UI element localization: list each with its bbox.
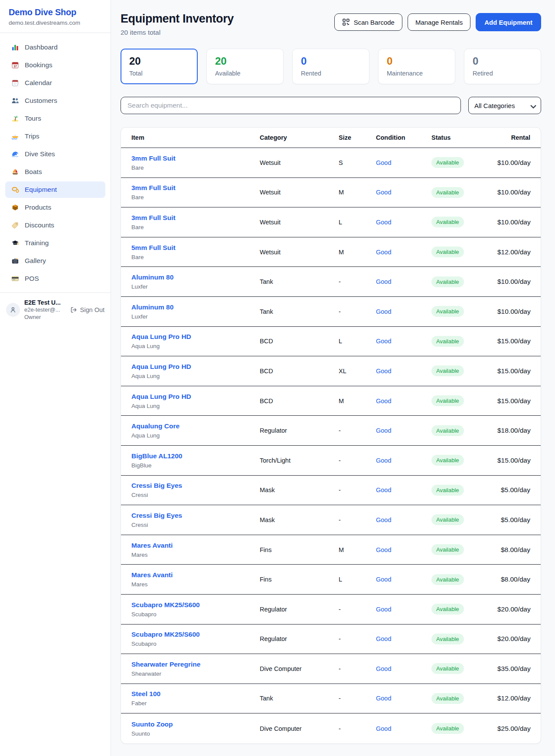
sidebar-item-dashboard[interactable]: Dashboard [5, 39, 105, 56]
item-brand: Cressi [131, 492, 260, 498]
item-name-link[interactable]: Scubapro MK25/S600 [131, 631, 260, 638]
table-row: Scubapro MK25/S600ScubaproRegulator-Good… [121, 625, 541, 654]
sidebar-item-pos[interactable]: POS [5, 270, 105, 287]
item-condition-link[interactable]: Good [376, 398, 431, 404]
item-cell: Scubapro MK25/S600Scubapro [131, 631, 260, 647]
item-name-link[interactable]: Aqua Lung Pro HD [131, 363, 260, 371]
stat-card-retired[interactable]: 0Retired [464, 49, 541, 84]
item-name-link[interactable]: Cressi Big Eyes [131, 482, 260, 490]
stat-label: Retired [473, 70, 532, 77]
item-name-link[interactable]: Aqua Lung Pro HD [131, 333, 260, 341]
sidebar-item-trips[interactable]: Trips [5, 128, 105, 145]
item-size: - [339, 606, 376, 613]
sidebar-item-label: Discounts [25, 221, 54, 229]
item-name-link[interactable]: Steel 100 [131, 690, 260, 698]
page-header: Equipment Inventory 20 items total Scan … [121, 12, 541, 36]
item-condition-link[interactable]: Good [376, 516, 431, 523]
manage-rentals-button[interactable]: Manage Rentals [408, 13, 470, 31]
add-equipment-button[interactable]: Add Equipment [476, 13, 541, 31]
item-rental-rate: $8.00/day [497, 575, 530, 583]
stat-card-maintenance[interactable]: 0Maintenance [378, 49, 455, 84]
item-status: Available [431, 247, 497, 257]
sidebar-item-products[interactable]: Products [5, 199, 105, 216]
item-condition-link[interactable]: Good [376, 665, 431, 672]
sidebar-item-gallery[interactable]: Gallery [5, 253, 105, 269]
stat-card-total[interactable]: 20Total [121, 49, 198, 84]
item-name-link[interactable]: 5mm Full Suit [131, 244, 260, 252]
item-name-link[interactable]: Scubapro MK25/S600 [131, 601, 260, 609]
item-condition-link[interactable]: Good [376, 249, 431, 256]
sidebar-item-label: Equipment [25, 186, 57, 194]
item-category: BCD [260, 398, 339, 404]
stat-card-rented[interactable]: 0Rented [292, 49, 369, 84]
item-brand: Aqua Lung [131, 432, 260, 439]
category-select[interactable]: All Categories [468, 97, 541, 114]
item-name-link[interactable]: Aluminum 80 [131, 303, 260, 311]
item-status: Available [431, 336, 497, 347]
item-category: Wetsuit [260, 189, 339, 196]
item-name-link[interactable]: Aqua Lung Pro HD [131, 393, 260, 401]
item-size: M [339, 398, 376, 404]
item-name-link[interactable]: 3mm Full Suit [131, 214, 260, 222]
item-condition-link[interactable]: Good [376, 606, 431, 613]
item-name-link[interactable]: Mares Avanti [131, 571, 260, 579]
item-name-link[interactable]: Mares Avanti [131, 542, 260, 549]
sidebar-item-label: Bookings [25, 61, 52, 69]
sidebar-item-equipment[interactable]: Equipment [5, 181, 105, 198]
sidebar-item-discounts[interactable]: Discounts [5, 217, 105, 233]
item-name-link[interactable]: Aluminum 80 [131, 273, 260, 281]
item-condition-link[interactable]: Good [376, 338, 431, 345]
item-condition-link[interactable]: Good [376, 457, 431, 464]
item-name-link[interactable]: 3mm Full Suit [131, 184, 260, 192]
item-name-link[interactable]: Suunto Zoop [131, 720, 260, 728]
item-name-link[interactable]: Aqualung Core [131, 422, 260, 430]
status-badge: Available [431, 276, 464, 287]
item-name-link[interactable]: Shearwater Peregrine [131, 661, 260, 668]
sidebar-item-bookings[interactable]: 17Bookings [5, 57, 105, 73]
item-condition-link[interactable]: Good [376, 278, 431, 285]
table-row: 3mm Full SuitBareWetsuitLGoodAvailable$1… [121, 207, 541, 237]
sidebar-item-training[interactable]: Training [5, 235, 105, 251]
item-condition-link[interactable]: Good [376, 576, 431, 583]
item-name-link[interactable]: Cressi Big Eyes [131, 512, 260, 519]
stat-card-available[interactable]: 20Available [206, 49, 284, 84]
sidebar-item-customers[interactable]: Customers [5, 92, 105, 109]
item-condition-link[interactable]: Good [376, 486, 431, 493]
item-condition-link[interactable]: Good [376, 546, 431, 553]
item-name-link[interactable]: 3mm Full Suit [131, 154, 260, 162]
sign-out-button[interactable]: Sign Out [70, 306, 104, 314]
item-category: BCD [260, 338, 339, 345]
item-brand: Shearwater [131, 671, 260, 677]
item-condition-link[interactable]: Good [376, 219, 431, 226]
search-input[interactable] [121, 97, 461, 114]
products-icon [11, 204, 19, 211]
item-brand: Bare [131, 224, 260, 230]
item-condition-link[interactable]: Good [376, 189, 431, 196]
item-condition-link[interactable]: Good [376, 635, 431, 642]
stat-label: Rented [301, 70, 361, 77]
item-condition-link[interactable]: Good [376, 695, 431, 702]
scan-barcode-button[interactable]: Scan Barcode [334, 13, 402, 31]
sidebar-item-calendar[interactable]: Calendar [5, 75, 105, 91]
table-row: 5mm Full SuitBareWetsuitMGoodAvailable$1… [121, 237, 541, 267]
item-rental-rate: $15.00/day [497, 457, 531, 464]
item-brand: Aqua Lung [131, 343, 260, 349]
item-category: Regulator [260, 427, 339, 434]
item-status: Available [431, 634, 497, 644]
status-badge: Available [431, 157, 464, 168]
column-header-condition: Condition [376, 134, 431, 141]
category-filter: All Categories [468, 97, 541, 114]
item-condition-link[interactable]: Good [376, 159, 431, 166]
sidebar-item-tours[interactable]: Tours [5, 110, 105, 127]
item-brand: Mares [131, 581, 260, 588]
sidebar-item-dive-sites[interactable]: Dive Sites [5, 146, 105, 162]
sidebar-item-boats[interactable]: Boats [5, 164, 105, 180]
item-condition-link[interactable]: Good [376, 725, 431, 732]
status-badge: Available [431, 217, 464, 227]
item-condition-link[interactable]: Good [376, 308, 431, 315]
status-badge: Available [431, 723, 464, 734]
status-badge: Available [431, 693, 464, 704]
item-name-link[interactable]: BigBlue AL1200 [131, 452, 260, 460]
item-condition-link[interactable]: Good [376, 368, 431, 375]
item-condition-link[interactable]: Good [376, 427, 431, 434]
